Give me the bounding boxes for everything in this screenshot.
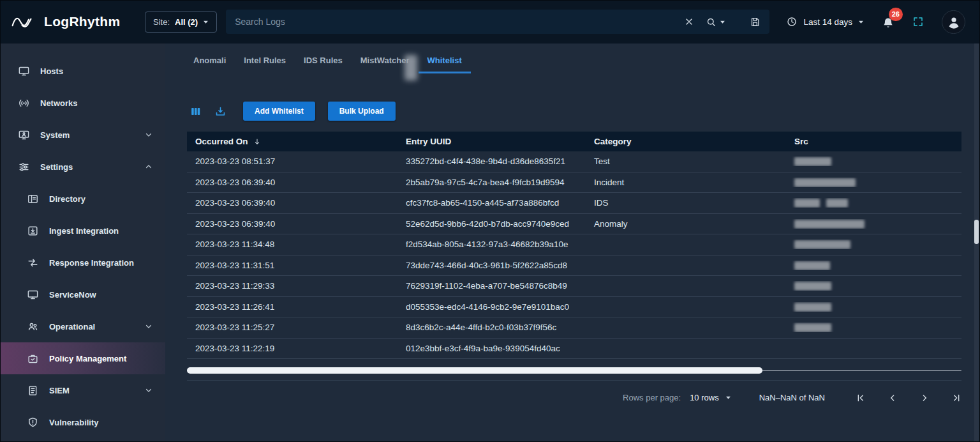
vertical-scrollbar[interactable] <box>974 43 979 441</box>
redacted-src-value <box>826 199 848 208</box>
save-search-icon[interactable] <box>750 17 761 27</box>
sidebar-item-servicenow[interactable]: ServiceNow <box>1 278 165 310</box>
tab-whitelist[interactable]: Whitelist <box>419 50 471 73</box>
sidebar-item-directory[interactable]: Directory <box>1 183 165 215</box>
horizontal-scrollbar[interactable] <box>187 367 961 374</box>
cell-occurred-on: 2023-03-23 11:26:41 <box>187 302 397 312</box>
fullscreen-icon[interactable] <box>912 16 924 27</box>
cell-src <box>786 219 961 229</box>
response-icon <box>26 256 39 269</box>
cell-src <box>786 178 961 187</box>
sidebar-item-operational[interactable]: Operational <box>1 310 165 342</box>
next-page-button[interactable] <box>919 393 930 403</box>
table-row[interactable]: 2023-03-23 11:29:337629319f-1102-4eba-a7… <box>187 276 961 297</box>
table-row[interactable]: 2023-03-23 11:26:41d055353e-edc4-4146-9c… <box>187 297 961 318</box>
table-row[interactable]: 2023-03-23 11:34:48f2d534ab-805a-4132-97… <box>187 234 961 255</box>
tab-label: MistWatcher <box>360 56 410 65</box>
tab-ids-rules[interactable]: IDS Rules <box>295 50 352 73</box>
cell-entry-uuid: cfc37fc8-ab65-4150-a445-af73a886bfcd <box>397 198 586 208</box>
column-header-entry-uuid[interactable]: Entry UUID <box>397 137 586 146</box>
cell-occurred-on: 2023-03-23 06:39:40 <box>187 198 397 208</box>
sidebar-item-settings[interactable]: Settings <box>1 151 165 183</box>
column-header-occurred-on[interactable]: Occurred On <box>187 137 397 146</box>
tab-label: IDS Rules <box>304 56 343 65</box>
scrollbar-thumb[interactable] <box>974 220 979 244</box>
cell-entry-uuid: 2b5ab79a-97c5-4c7a-bea4-f9fcb19d9594 <box>397 178 586 187</box>
monitor-icon <box>26 288 39 301</box>
prev-page-button[interactable] <box>887 393 898 403</box>
sidebar-item-ingest-integration[interactable]: Ingest Integration <box>1 215 165 247</box>
add-whitelist-button[interactable]: Add Whitelist <box>243 102 315 121</box>
prev-page-icon <box>887 393 898 403</box>
whitelist-table-body: 2023-03-23 08:51:37335272bd-c4f4-438e-9b… <box>187 151 961 359</box>
app-body: HostsNetworksSystemSettingsDirectoryInge… <box>1 43 979 442</box>
search-mode-dropdown[interactable] <box>706 17 725 27</box>
monitor-icon <box>17 65 30 77</box>
siem-icon <box>26 384 39 397</box>
rows-per-page-select[interactable]: 10 rows <box>690 393 731 402</box>
site-value: All (2) <box>175 17 198 27</box>
tab-intel-rules[interactable]: Intel Rules <box>235 50 295 73</box>
system-icon <box>17 128 30 141</box>
sidebar-item-hosts[interactable]: Hosts <box>1 55 165 87</box>
table-header: Occurred On Entry UUID Category Src <box>187 132 961 151</box>
table-row[interactable]: 2023-03-23 11:25:278d3c6b2c-a44e-4ffd-b2… <box>187 317 961 339</box>
tab-bar: AnomaliIntel RulesIDS RulesMistWatcherWh… <box>165 43 979 73</box>
logrhythm-logo-icon <box>11 13 38 31</box>
table-row[interactable]: 2023-03-23 06:39:4052e62d5d-9bb6-42d0-b7… <box>187 214 961 235</box>
cell-src <box>786 198 961 208</box>
table-row[interactable]: 2023-03-23 06:39:40cfc37fc8-ab65-4150-a4… <box>187 193 961 214</box>
cell-occurred-on: 2023-03-23 11:29:33 <box>187 281 397 291</box>
search-input[interactable] <box>235 17 672 27</box>
columns-icon[interactable] <box>189 105 202 118</box>
bulk-upload-button[interactable]: Bulk Upload <box>328 102 396 121</box>
sidebar-item-vulnerability[interactable]: Vulnerability <box>1 406 165 438</box>
first-page-button[interactable] <box>856 393 866 403</box>
cell-src <box>786 261 961 270</box>
table-row[interactable]: 2023-03-23 08:51:37335272bd-c4f4-438e-9b… <box>187 151 961 172</box>
sidebar-item-siem[interactable]: SIEM <box>1 374 165 406</box>
tab-mistwatcher[interactable]: MistWatcher <box>352 50 419 73</box>
column-header-src[interactable]: Src <box>786 137 961 146</box>
tab-anomali[interactable]: Anomali <box>184 50 235 73</box>
scrollbar-thumb[interactable] <box>187 367 762 374</box>
caret-down-icon <box>720 19 725 25</box>
sidebar-item-label: Settings <box>40 162 73 172</box>
notifications-button[interactable]: 26 <box>882 15 895 29</box>
user-avatar[interactable] <box>942 10 965 34</box>
chevron-up-icon <box>145 163 152 171</box>
sidebar-item-system[interactable]: System <box>1 119 165 151</box>
cell-category: Test <box>586 156 786 166</box>
pagination-range: NaN–NaN of NaN <box>759 393 825 402</box>
column-header-category[interactable]: Category <box>586 137 786 146</box>
time-range-selector[interactable]: Last 14 days <box>786 16 864 27</box>
sidebar-item-response-integration[interactable]: Response Integration <box>1 247 165 278</box>
cell-occurred-on: 2023-03-23 11:34:48 <box>187 240 397 249</box>
clear-search-icon[interactable] <box>684 17 694 27</box>
redacted-src-value <box>794 178 856 187</box>
cell-occurred-on: 2023-03-23 06:39:40 <box>187 178 397 187</box>
table-row[interactable]: 2023-03-23 11:31:5173dde743-466d-40c3-96… <box>187 255 961 277</box>
brand-name: LogRhythm <box>44 14 120 29</box>
cell-occurred-on: 2023-03-23 11:22:19 <box>187 344 397 353</box>
sidebar-item-label: ServiceNow <box>49 290 96 300</box>
table-footer: Rows per page: 10 rows NaN–NaN of NaN <box>187 380 961 415</box>
operational-icon <box>26 320 39 333</box>
site-selector[interactable]: Site: All (2) <box>145 11 217 33</box>
sidebar-item-policy-management[interactable]: Policy Management <box>1 342 165 374</box>
sidebar-item-networks[interactable]: Networks <box>1 87 165 119</box>
table-row[interactable]: 2023-03-23 06:39:402b5ab79a-97c5-4c7a-be… <box>187 172 961 194</box>
table-row[interactable]: 2023-03-23 11:22:19012e3bbf-e3cf-4f9a-ba… <box>187 339 961 360</box>
sidebar-item-label: Networks <box>40 98 78 108</box>
last-page-button[interactable] <box>951 393 961 403</box>
redacted-src-value <box>794 157 831 166</box>
broadcast-icon <box>17 96 30 109</box>
sidebar-item-label: SIEM <box>49 386 70 395</box>
download-icon[interactable] <box>214 105 226 118</box>
ingest-icon <box>26 224 39 237</box>
redacted-src-value <box>794 199 820 208</box>
caret-down-icon <box>725 395 731 400</box>
cell-src <box>786 156 961 166</box>
cell-entry-uuid: f2d534ab-805a-4132-97a3-46682b39a10e <box>397 240 586 249</box>
cell-entry-uuid: d055353e-edc4-4146-9cb2-9e7e9101bac0 <box>397 302 586 312</box>
